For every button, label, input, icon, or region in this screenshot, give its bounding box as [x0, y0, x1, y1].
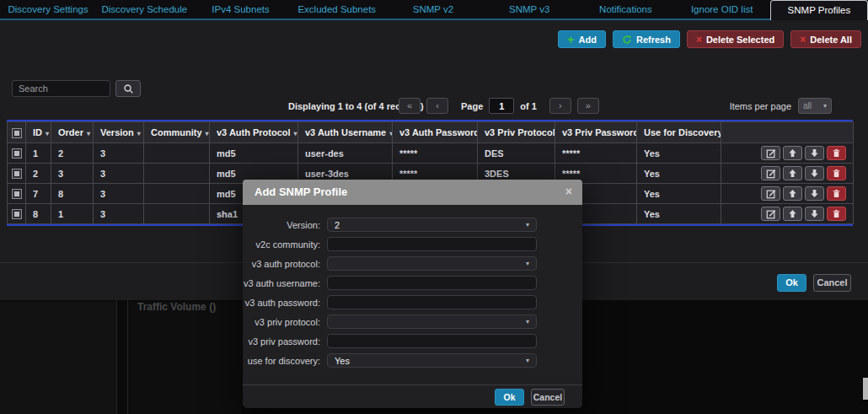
sort-arrow-icon: ▾ [87, 130, 90, 137]
v3-auth-username-input[interactable] [327, 276, 537, 290]
header-v3-auth-protocol[interactable]: v3 Auth Protocol▾ [210, 122, 298, 143]
panel-ok-button[interactable]: Ok [777, 274, 806, 292]
header-v3-auth-username[interactable]: v3 Auth Username▾ [298, 122, 393, 143]
move-down-button[interactable] [805, 146, 824, 160]
v3-auth-password-input[interactable] [327, 295, 537, 309]
header-order[interactable]: Order▾ [51, 122, 94, 143]
header-id[interactable]: ID▾ [26, 122, 51, 143]
cell-use-for-discovery: Yes [637, 204, 721, 224]
row-checkbox[interactable] [12, 189, 22, 199]
sort-arrow-icon: ▾ [137, 130, 141, 137]
header-version[interactable]: Version▾ [94, 122, 144, 143]
search-button[interactable] [115, 80, 141, 97]
chevron-down-icon: ▾ [526, 357, 529, 364]
v2c-community-label: v2c community: [243, 239, 320, 250]
move-down-button[interactable] [805, 207, 824, 221]
select-all-checkbox[interactable] [12, 128, 22, 138]
cell-priv-protocol: DES [478, 143, 555, 164]
delete-row-button[interactable] [827, 207, 846, 221]
dashboard-panel [128, 302, 242, 414]
scrollbar-thumb[interactable] [863, 378, 868, 400]
tab-notifications[interactable]: Notifications [577, 0, 673, 20]
first-page-button[interactable]: « [399, 98, 421, 114]
close-icon[interactable]: × [565, 185, 572, 198]
version-select[interactable]: 2 ▾ [327, 218, 537, 232]
row-checkbox[interactable] [12, 209, 22, 219]
chevron-down-icon: ▾ [526, 318, 529, 325]
next-page-button[interactable]: › [549, 98, 571, 114]
move-down-button[interactable] [805, 166, 824, 180]
tab-discovery-schedule[interactable]: Discovery Schedule [96, 0, 192, 20]
tab-ignore-oid-list[interactable]: Ignore OID list [674, 0, 770, 20]
delete-x-icon: × [800, 35, 806, 45]
items-per-page-value: all [803, 101, 812, 110]
last-page-button[interactable]: » [577, 98, 599, 114]
move-up-button[interactable] [783, 146, 802, 160]
cell-version: 3 [94, 143, 144, 164]
delete-row-button[interactable] [827, 146, 846, 160]
tab-ipv4-subnets[interactable]: IPv4 Subnets [192, 0, 288, 20]
cell-id: 2 [26, 164, 51, 184]
header-v3-auth-password[interactable]: v3 Auth Password▾ [393, 122, 478, 143]
move-up-button[interactable] [783, 207, 802, 221]
use-for-discovery-select[interactable]: Yes ▾ [327, 353, 537, 368]
prev-page-button[interactable]: ‹ [426, 98, 448, 114]
v3-auth-protocol-select[interactable]: ▾ [327, 256, 537, 271]
edit-button[interactable] [761, 186, 780, 201]
header-community[interactable]: Community▾ [144, 122, 210, 143]
sort-arrow-icon: ▾ [46, 130, 49, 137]
panel-cancel-button[interactable]: Cancel [813, 274, 851, 292]
delete-all-button[interactable]: × Delete All [790, 30, 861, 48]
pager: « ‹ Page of 1 › » [399, 98, 599, 114]
delete-row-button[interactable] [827, 166, 846, 180]
v2c-community-input[interactable] [327, 237, 537, 251]
edit-button[interactable] [761, 207, 780, 221]
refresh-button[interactable]: Refresh [613, 30, 680, 48]
edit-button[interactable] [761, 166, 780, 180]
page-number-input[interactable] [489, 98, 514, 114]
tab-snmp-v2[interactable]: SNMP v2 [385, 0, 481, 20]
v3-priv-protocol-select[interactable]: ▾ [327, 315, 537, 329]
row-checkbox[interactable] [12, 148, 22, 159]
header-v3-priv-protocol[interactable]: v3 Priv Protocol▾ [478, 122, 555, 143]
delete-selected-label: Delete Selected [706, 35, 774, 45]
cell-version: 3 [94, 184, 144, 204]
search-input[interactable] [12, 80, 110, 97]
delete-row-button[interactable] [827, 186, 846, 201]
cell-id: 7 [26, 184, 51, 204]
modal-ok-button[interactable]: Ok [495, 389, 524, 406]
cell-version: 3 [94, 204, 144, 224]
cell-order: 3 [51, 164, 94, 184]
add-button[interactable]: + Add [558, 30, 606, 48]
modal-cancel-button[interactable]: Cancel [531, 389, 565, 406]
items-per-page-select[interactable]: all ▾ [798, 98, 832, 114]
page-of-label: of 1 [520, 101, 537, 111]
row-checkbox[interactable] [12, 169, 22, 179]
tab-discovery-settings[interactable]: Discovery Settings [0, 0, 96, 20]
chevron-down-icon: ▾ [526, 260, 529, 267]
v3-auth-password-label: v3 auth password: [243, 298, 320, 308]
edit-button[interactable] [761, 146, 780, 160]
use-for-discovery-label: use for discovery: [243, 356, 320, 366]
move-up-button[interactable] [783, 166, 802, 180]
modal-header[interactable]: Add SNMP Profile × [243, 180, 582, 205]
tab-snmp-profiles[interactable]: SNMP Profiles [770, 0, 868, 20]
move-down-button[interactable] [805, 186, 824, 201]
cell-version: 3 [94, 164, 144, 184]
table-row: 1 2 3 md5 user-des ***** DES ***** Yes [8, 143, 854, 164]
delete-selected-button[interactable]: × Delete Selected [687, 30, 784, 48]
tab-excluded-subnets[interactable]: Excluded Subnets [289, 0, 385, 20]
cell-id: 8 [26, 204, 51, 224]
v3-priv-password-input[interactable] [327, 334, 537, 348]
add-snmp-profile-modal: Add SNMP Profile × Version: 2 ▾ v2c comm… [243, 180, 582, 408]
tab-snmp-v3[interactable]: SNMP v3 [481, 0, 577, 20]
dashboard-panel-title: Traffic Volume () [137, 301, 216, 313]
header-use-for-discovery[interactable]: Use for Discovery▾ [637, 122, 721, 143]
items-per-page-label: Items per page [730, 101, 791, 111]
tab-bar: Discovery Settings Discovery Schedule IP… [0, 0, 868, 20]
move-up-button[interactable] [783, 186, 802, 201]
header-actions [721, 122, 854, 143]
cell-community [144, 184, 210, 204]
chevron-down-icon: ▾ [823, 102, 827, 110]
header-v3-priv-password[interactable]: v3 Priv Password▾ [555, 122, 637, 143]
